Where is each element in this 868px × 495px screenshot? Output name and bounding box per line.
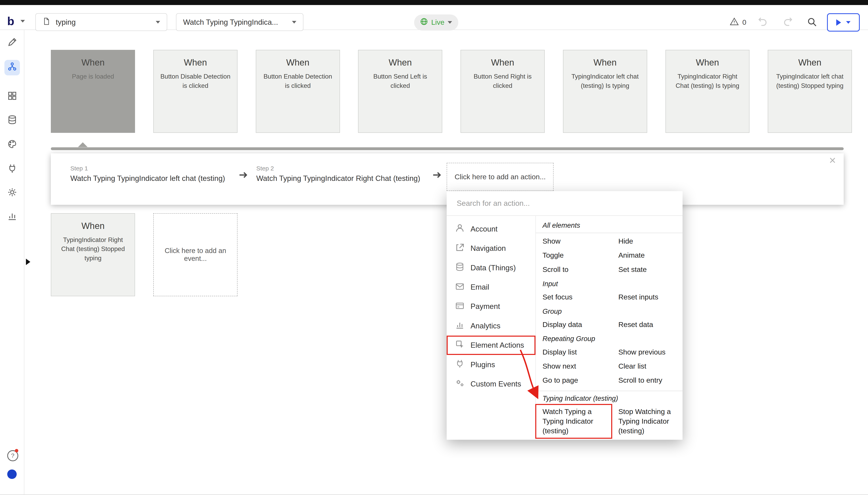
add-event-label: Click here to add an event... bbox=[162, 247, 228, 262]
step-1[interactable]: Step 1 Watch Typing TypingIndicator left… bbox=[70, 165, 234, 183]
action-item[interactable]: Scroll to bbox=[536, 262, 612, 276]
custom-events-icon bbox=[455, 378, 465, 390]
page-dropdown[interactable]: typing bbox=[35, 13, 167, 31]
action-item[interactable]: Reset inputs bbox=[612, 290, 682, 304]
event-card[interactable]: When Button Disable Detection is clicked bbox=[153, 50, 238, 133]
event-subtitle: TypingIndicator Right Chat (testing) Sto… bbox=[51, 235, 135, 263]
undo-button[interactable] bbox=[757, 16, 768, 27]
event-card[interactable]: When TypingIndicator left chat (testing)… bbox=[768, 50, 852, 133]
action-item[interactable]: Toggle bbox=[536, 248, 612, 262]
bubble-logo[interactable]: b bbox=[7, 16, 14, 27]
redo-button[interactable] bbox=[783, 16, 793, 27]
step-label: Step 2 bbox=[256, 165, 425, 172]
email-icon bbox=[455, 281, 465, 293]
chevron-down-icon bbox=[20, 20, 25, 22]
event-title: When bbox=[563, 57, 647, 68]
event-subtitle: Button Disable Detection is clicked bbox=[154, 72, 237, 90]
sidebar-item-styles[interactable] bbox=[4, 137, 20, 153]
sidebar-item-plugins[interactable] bbox=[4, 161, 20, 177]
action-item[interactable]: Display data bbox=[536, 318, 612, 331]
action-section-repeating-group: Repeating Group Display list Show previo… bbox=[536, 331, 682, 388]
action-section-all-elements: All elements Show Hide Toggle Animate Sc… bbox=[536, 218, 682, 276]
action-item[interactable]: Animate bbox=[612, 248, 682, 262]
action-search-input[interactable] bbox=[455, 198, 674, 208]
add-event-button[interactable]: Click here to add an event... bbox=[153, 213, 238, 296]
step-title: Watch Typing TypingIndicator left chat (… bbox=[70, 174, 234, 183]
category-payment[interactable]: Payment bbox=[447, 297, 536, 316]
category-label: Email bbox=[471, 283, 489, 291]
event-card-page-loaded[interactable]: When Page is loaded bbox=[51, 50, 135, 133]
action-search bbox=[447, 191, 682, 216]
navigation-icon bbox=[455, 243, 465, 254]
category-analytics[interactable]: Analytics bbox=[447, 316, 536, 336]
event-title: When bbox=[666, 57, 749, 68]
action-item-stop-watching[interactable]: Stop Watching a Typing Indicator (testin… bbox=[612, 405, 682, 438]
action-item[interactable]: Scroll to entry bbox=[612, 373, 682, 387]
action-item[interactable]: Reset data bbox=[612, 318, 682, 331]
chevron-down-icon bbox=[846, 21, 851, 24]
add-action-label: Click here to add an action... bbox=[454, 173, 546, 181]
toolbar: b typing Watch Typing TypingIndica... Li… bbox=[0, 5, 868, 30]
sidebar-item-design[interactable] bbox=[4, 35, 20, 51]
action-item[interactable]: Show previous bbox=[612, 345, 682, 359]
event-card[interactable]: When Button Enable Detection is clicked bbox=[256, 50, 340, 133]
issues-indicator[interactable]: 0 bbox=[730, 17, 746, 28]
element-actions-icon bbox=[455, 340, 465, 351]
arrow-right-icon bbox=[238, 170, 248, 180]
sidebar-item-workflow[interactable] bbox=[4, 60, 20, 75]
category-account[interactable]: Account bbox=[447, 219, 536, 239]
preview-run-button[interactable] bbox=[827, 13, 860, 32]
search-button[interactable] bbox=[807, 17, 817, 27]
sidebar-item-data[interactable] bbox=[4, 113, 20, 129]
panel-expand-handle[interactable] bbox=[26, 259, 30, 265]
components-icon bbox=[7, 91, 17, 103]
chevron-down-icon bbox=[156, 21, 160, 23]
events-row: When TypingIndicator Right Chat (testing… bbox=[51, 213, 237, 296]
category-plugins[interactable]: Plugins bbox=[447, 355, 536, 374]
action-item[interactable]: Display list bbox=[536, 345, 612, 359]
action-item[interactable]: Set state bbox=[612, 262, 682, 276]
sidebar-item-logs[interactable] bbox=[4, 209, 20, 225]
action-section-group: Group Display data Reset data bbox=[536, 304, 682, 331]
event-card[interactable]: When TypingIndicator Right Chat (testing… bbox=[665, 50, 750, 133]
data-icon bbox=[7, 115, 17, 127]
event-title: When bbox=[154, 57, 237, 68]
workflow-scrollbar[interactable] bbox=[51, 147, 844, 150]
step-2[interactable]: Step 2 Watch Typing TypingIndicator Righ… bbox=[256, 165, 425, 183]
database-icon bbox=[455, 262, 465, 273]
action-item[interactable]: Show bbox=[536, 234, 612, 248]
action-item[interactable]: Show next bbox=[536, 359, 612, 373]
arrow-right-icon bbox=[432, 170, 442, 180]
category-custom-events[interactable]: Custom Events bbox=[447, 374, 536, 393]
blue-status-dot[interactable] bbox=[7, 470, 17, 479]
plugins-plug-icon bbox=[7, 164, 17, 175]
action-item[interactable]: Go to page bbox=[536, 373, 612, 387]
category-data-things[interactable]: Data (Things) bbox=[447, 258, 536, 277]
workflow-dropdown[interactable]: Watch Typing TypingIndica... bbox=[176, 13, 303, 31]
event-card[interactable]: When Button Send Right is clicked bbox=[461, 50, 545, 133]
action-item[interactable]: Clear list bbox=[612, 359, 682, 373]
event-card[interactable]: When TypingIndicator Right Chat (testing… bbox=[51, 213, 135, 296]
analytics-icon bbox=[455, 320, 465, 331]
event-card[interactable]: When TypingIndicator left chat (testing)… bbox=[563, 50, 647, 133]
live-version-selector[interactable]: Live bbox=[414, 15, 458, 31]
action-section-input: Input Set focus Reset inputs bbox=[536, 276, 682, 304]
category-email[interactable]: Email bbox=[447, 277, 536, 297]
step-label: Step 1 bbox=[70, 165, 234, 172]
sidebar-item-settings[interactable] bbox=[4, 186, 20, 201]
category-element-actions[interactable]: Element Actions bbox=[447, 336, 536, 355]
sidebar-item-components[interactable] bbox=[4, 89, 20, 105]
action-item[interactable]: Set focus bbox=[536, 290, 612, 304]
action-item[interactable]: Hide bbox=[612, 234, 682, 248]
styles-palette-icon bbox=[7, 139, 17, 151]
chevron-down-icon bbox=[448, 21, 452, 24]
event-subtitle: TypingIndicator left chat (testing) Stop… bbox=[768, 72, 852, 90]
add-action-button[interactable]: Click here to add an action... bbox=[447, 163, 554, 191]
close-icon[interactable]: × bbox=[829, 155, 836, 166]
event-card[interactable]: When Button Send Left is clicked bbox=[358, 50, 442, 133]
user-icon bbox=[455, 223, 465, 235]
category-navigation[interactable]: Navigation bbox=[447, 239, 536, 258]
warning-icon bbox=[730, 17, 739, 28]
action-item-watch-typing[interactable]: Watch Typing a Typing Indicator (testing… bbox=[536, 405, 612, 438]
left-sidebar bbox=[0, 30, 24, 495]
